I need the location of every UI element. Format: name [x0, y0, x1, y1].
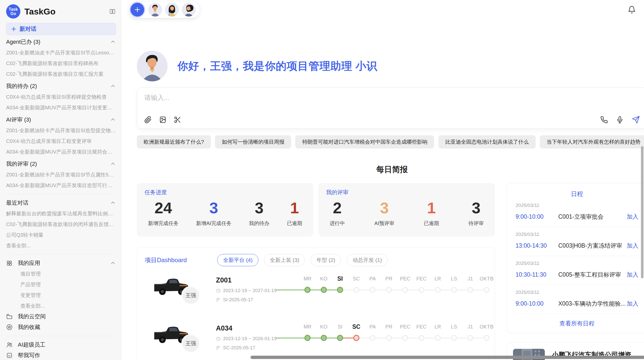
milestone-dot-PA[interactable]: [364, 334, 381, 342]
milestone-dot-LS[interactable]: [446, 286, 462, 294]
milestone-dot-LR[interactable]: [430, 286, 446, 294]
project-info: A034 2023-12-19 ~ 2026-01-19 SC-2025-05-…: [216, 324, 276, 351]
sidebar-item[interactable]: A034-全新新能源MUV产品开发项目法规符合性评审: [6, 146, 116, 157]
microphone-icon[interactable]: [616, 116, 624, 124]
milestone-dot-MR[interactable]: [299, 334, 316, 342]
view-all-schedule-link[interactable]: 查看所有日程: [560, 314, 595, 331]
sidebar-section-2-header[interactable]: AI评审 (3): [6, 114, 116, 125]
message-input[interactable]: [144, 94, 640, 102]
milestone-dot-PEC[interactable]: [397, 334, 413, 342]
join-event-button[interactable]: 加入: [627, 300, 638, 308]
sidebar-section-4-header[interactable]: 最近对话: [6, 198, 116, 208]
dashboard-filter[interactable]: 全新上装 (3): [264, 254, 305, 266]
notifications-bell-icon[interactable]: [628, 6, 636, 14]
milestone-dot-J1[interactable]: [462, 334, 478, 342]
milestone-dot-J1[interactable]: [462, 286, 478, 294]
suggestion-chip[interactable]: 特朗普可能对进口汽车增税会对中国车企造成哪些影响: [295, 135, 434, 148]
milestone-dot-KO[interactable]: [316, 286, 332, 294]
sidebar-item[interactable]: 公司Q3轻卡销量: [6, 230, 116, 240]
suggestion-chip[interactable]: 当下年轻人对汽车外观有怎样的喜好趋势: [540, 135, 644, 148]
phone-icon[interactable]: [600, 116, 608, 124]
horizontal-scrollbar[interactable]: [251, 356, 644, 359]
project-row[interactable]: 王强 Z001 2023-12-19 ~ 2027-01-19 SI-2025-…: [145, 274, 495, 303]
sidebar-app-item[interactable]: 查看全部...: [6, 301, 116, 311]
sidebar-item[interactable]: Z001-全新燃油轻卡产品开发项目SI造型提交物评审: [6, 125, 116, 136]
flag-icon: [216, 297, 221, 302]
chevron-up-icon[interactable]: [110, 200, 116, 206]
chevron-up-icon[interactable]: [110, 83, 116, 89]
dashboard-filter[interactable]: 全新平台 (4): [217, 254, 258, 266]
milestone-dot-PR[interactable]: [381, 334, 397, 342]
chevron-up-icon[interactable]: [110, 260, 116, 266]
sidebar-divider: [6, 254, 116, 254]
sidebar-item[interactable]: 解释最新出台的欧盟报废车法规再生塑料比例被调至15%...: [6, 208, 116, 219]
sidebar-section-0-header[interactable]: Agent已办 (3): [6, 37, 116, 47]
sidebar-item[interactable]: C02-飞腾新能源轻客改款项目里程碑画布: [6, 58, 116, 69]
milestone-dot-SI[interactable]: [332, 334, 348, 342]
milestone-dot-SC[interactable]: [348, 334, 364, 342]
milestone-dot-OKTB[interactable]: [478, 334, 495, 342]
suggestion-chip[interactable]: 欧洲新规最近颁布了什么?: [137, 135, 211, 148]
milestone-dot-SI[interactable]: [332, 286, 348, 294]
new-chat-button[interactable]: 新对话: [6, 23, 116, 35]
sidebar-app-item[interactable]: 变更管理: [6, 290, 116, 301]
sidebar-item[interactable]: A034-全新新能源MUV产品开发项目计划变更表编写: [6, 102, 116, 113]
flag-icon: [216, 346, 221, 350]
join-event-button[interactable]: 加入: [627, 271, 638, 279]
sidebar-item[interactable]: 查看全部...: [6, 240, 116, 251]
milestone-dot-SC[interactable]: [348, 286, 364, 294]
join-event-button[interactable]: 加入: [627, 242, 638, 250]
sidebar-app-item[interactable]: 产品管理: [6, 279, 116, 290]
milestone-dot-KO[interactable]: [316, 334, 332, 342]
milestone-dot-FEC[interactable]: [413, 286, 430, 294]
sidebar-folder-item[interactable]: 我的云空间: [6, 311, 116, 322]
dashboard-filter[interactable]: 动总开发 (1): [347, 254, 388, 266]
add-agent-button[interactable]: [130, 3, 144, 17]
chevron-up-icon[interactable]: [110, 161, 116, 167]
attachment-icon[interactable]: [144, 116, 152, 124]
stat-card: 任务进度24新增完成任务3新增AI完成任务3我的待办1已逾期: [137, 183, 313, 236]
sidebar-item[interactable]: C0X4-动力总成开发项目工程变更评审: [6, 136, 116, 146]
milestone-dot-LR[interactable]: [430, 334, 446, 342]
scissors-icon[interactable]: [174, 116, 181, 124]
milestone-dot-FEC[interactable]: [413, 334, 430, 342]
agent-avatar-2[interactable]: [165, 3, 179, 17]
milestone-dot-PEC[interactable]: [397, 286, 413, 294]
event-time: 9:00-10:00: [516, 300, 558, 307]
sidebar-item[interactable]: Z001-全新燃油皮卡产品开发项目SI节点Lesson Learn报告: [6, 47, 116, 58]
sidebar-item[interactable]: C02-飞腾新能源轻客改款项目的闭环通告反馈情况: [6, 219, 116, 230]
sidebar-item[interactable]: Z001-全新燃油轻卡产品开发项目SI节点属性5D文件评审: [6, 169, 116, 180]
sidebar-app-item[interactable]: 项目管理: [6, 268, 116, 279]
suggestion-chip[interactable]: 比亚迪全固态电池计划具体说了什么: [438, 135, 536, 148]
chevron-up-icon[interactable]: [110, 117, 116, 123]
agent-avatar-3[interactable]: [182, 3, 196, 17]
milestone-dot-LS[interactable]: [446, 334, 462, 342]
milestone-dot-OKTB[interactable]: [478, 286, 495, 294]
project-list: 王强 Z001 2023-12-19 ~ 2027-01-19 SI-2025-…: [145, 274, 495, 360]
image-icon[interactable]: [159, 116, 167, 124]
sidebar-write-item[interactable]: 帮我写作: [6, 350, 116, 360]
send-icon[interactable]: [632, 116, 640, 124]
milestone-dot-PR[interactable]: [381, 286, 397, 294]
briefing-header: 每日简报: [137, 164, 644, 175]
sidebar-users-item[interactable]: AI超级员工: [6, 339, 116, 350]
sidebar-section-3-header[interactable]: 我的评审 (2): [6, 159, 116, 169]
sidebar-section-1-header[interactable]: 我的待办 (2): [6, 81, 116, 92]
suggestion-chip[interactable]: 如何写一份清晰的项目周报: [215, 135, 291, 148]
join-event-button[interactable]: 加入: [627, 213, 638, 221]
schedule-event: 2025/03/11 9:00-10:00 C001-立项审批会 加入: [516, 198, 638, 227]
milestone-dot-MR[interactable]: [299, 286, 316, 294]
sidebar-item[interactable]: A034-全新新能源MUV产品开发项目造型可行性评审: [6, 180, 116, 191]
collapse-sidebar-icon[interactable]: [109, 8, 116, 15]
agent-crew-pill: [129, 1, 200, 18]
milestone-dot-PA[interactable]: [364, 286, 381, 294]
dashboard-filter[interactable]: 年型 (2): [311, 254, 341, 266]
vertical-scrollbar[interactable]: [641, 146, 643, 278]
sidebar-star-item[interactable]: 我的收藏: [6, 322, 116, 333]
agent-avatar-1[interactable]: [148, 3, 162, 17]
chevron-up-icon[interactable]: [110, 39, 116, 45]
sidebar-my-apps[interactable]: 我的应用: [6, 258, 116, 268]
project-row[interactable]: 王强 A034 2023-12-19 ~ 2026-01-19 SC-2025-…: [145, 322, 495, 351]
sidebar-item[interactable]: C0X4-动力总成开发项目SI里程碑提交物检查: [6, 92, 116, 102]
sidebar-item[interactable]: C02-飞腾新能源轻客改款项目立项汇报方案: [6, 69, 116, 79]
